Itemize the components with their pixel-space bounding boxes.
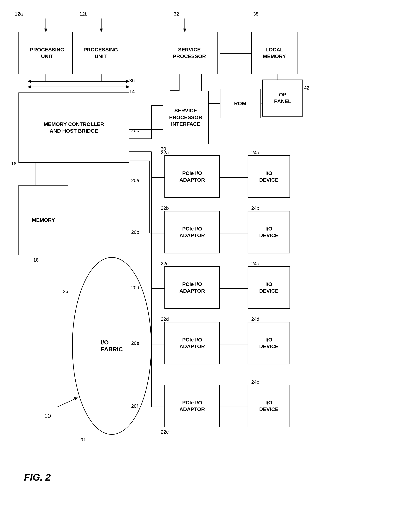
local-memory: LOCALMEMORY [251, 32, 297, 74]
ref-24b: 24b [251, 205, 259, 211]
io-device-24b: I/ODEVICE [248, 211, 290, 253]
svg-marker-1 [44, 29, 47, 32]
rom: ROM [220, 89, 260, 118]
svg-line-45 [57, 398, 78, 407]
ref-24c: 24c [251, 261, 259, 266]
pcie-adaptor-22e: PCIe I/OADAPTOR [164, 385, 220, 427]
svg-marker-46 [74, 397, 78, 400]
pcie-adaptor-22d: PCIe I/OADAPTOR [164, 322, 220, 364]
pcie-adaptor-22a: PCIe I/OADAPTOR [164, 155, 220, 198]
ref-22d: 22d [161, 316, 169, 322]
svg-marker-17 [126, 85, 129, 88]
processing-unit-b: PROCESSINGUNIT [72, 32, 129, 74]
ref-10: 10 [44, 412, 51, 419]
ref-20b: 20b [131, 229, 139, 235]
svg-marker-3 [100, 29, 103, 32]
svg-marker-15 [126, 80, 129, 83]
service-processor-interface: SERVICEPROCESSORINTERFACE [162, 91, 209, 144]
ref-14: 14 [129, 89, 135, 95]
io-device-24e: I/ODEVICE [248, 385, 290, 427]
svg-marker-5 [183, 29, 186, 32]
ref-24e: 24e [251, 379, 259, 385]
service-processor: SERVICEPROCESSOR [161, 32, 218, 74]
memory-controller: MEMORY CONTROLLERAND HOST BRIDGE [19, 92, 129, 163]
ref-22a: 22a [161, 150, 169, 156]
ref-16: 16 [11, 161, 16, 167]
processing-unit-a: PROCESSINGUNIT [19, 32, 76, 74]
ref-32: 32 [174, 11, 179, 17]
pcie-adaptor-22b: PCIe I/OADAPTOR [164, 211, 220, 253]
ref-20e: 20e [131, 340, 139, 346]
ref-36: 36 [129, 78, 135, 83]
ref-26: 26 [63, 289, 68, 294]
io-device-24a: I/ODEVICE [248, 155, 290, 198]
ref-22e: 22e [161, 429, 169, 435]
io-fabric: I/OFABRIC [72, 257, 152, 435]
ref-22b: 22b [161, 205, 169, 211]
io-device-24c: I/ODEVICE [248, 266, 290, 309]
io-device-24d: I/ODEVICE [248, 322, 290, 364]
diagram: 12a PROCESSINGUNIT 12b PROCESSINGUNIT 32… [0, 0, 393, 532]
figure-label: FIG. 2 [24, 472, 51, 483]
ref-24a: 24a [251, 150, 259, 156]
svg-marker-18 [28, 85, 31, 88]
ref-22c: 22c [161, 261, 168, 266]
ref-12b: 12b [79, 11, 87, 17]
ref-20f: 20f [131, 403, 138, 409]
ref-24d: 24d [251, 316, 259, 322]
connection-lines [0, 0, 393, 532]
ref-20c: 20c [131, 128, 139, 133]
ref-20a: 20a [131, 178, 139, 183]
ref-38: 38 [253, 11, 259, 17]
ref-18: 18 [33, 257, 39, 263]
pcie-adaptor-22c: PCIe I/OADAPTOR [164, 266, 220, 309]
ref-20d: 20d [131, 285, 139, 291]
op-panel: OPPANEL [262, 80, 303, 116]
ref-28: 28 [79, 437, 85, 442]
svg-marker-14 [28, 80, 31, 83]
memory: MEMORY [19, 185, 68, 255]
ref-12a: 12a [15, 11, 23, 17]
ref-42: 42 [304, 85, 309, 91]
